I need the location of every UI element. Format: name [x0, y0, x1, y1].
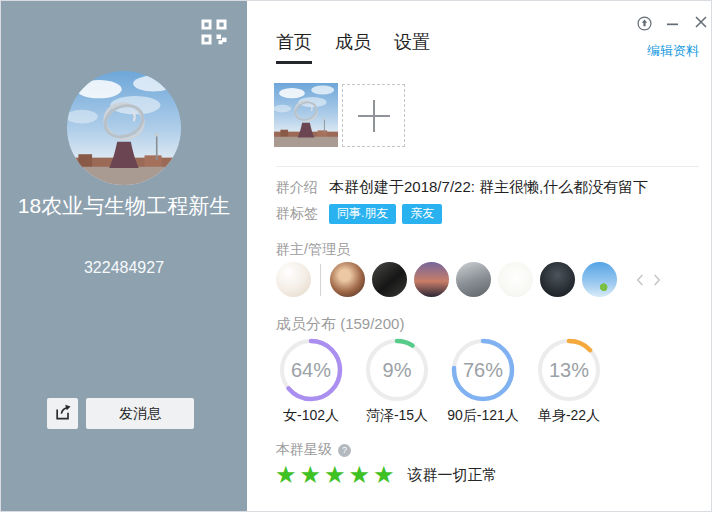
main-panel: 首页 成员 设置 编辑资料 群介绍 本群创建于2018/7/22: 群主很懒,什…: [247, 1, 712, 512]
group-id: 322484927: [1, 259, 247, 277]
sidebar: 18农业与生物工程新生 322484927 发消息: [1, 1, 247, 512]
rating-status: 该群一切正常: [408, 466, 498, 485]
avatar-white-rabbit-drawing[interactable]: [498, 262, 533, 297]
avatar-person-window[interactable]: [456, 262, 491, 297]
distribution-ring: 9%菏泽-15人: [354, 338, 440, 425]
share-button[interactable]: [47, 398, 78, 429]
minimize-icon[interactable]: [665, 14, 679, 32]
star-icon: ★: [373, 462, 395, 488]
distribution-ring: 64%女-102人: [268, 338, 354, 425]
donut-chart: 9%: [365, 338, 429, 402]
tag-item[interactable]: 亲友: [402, 204, 442, 224]
group-profile-window: 18农业与生物工程新生 322484927 发消息: [0, 0, 712, 512]
donut-chart: 13%: [537, 338, 601, 402]
ring-label: 90后-121人: [447, 407, 519, 425]
intro-label: 群介绍: [276, 179, 318, 197]
sidebar-actions: 发消息: [47, 398, 194, 429]
tab-bar: 首页 成员 设置: [276, 30, 430, 64]
plus-icon: [358, 100, 390, 132]
qr-code-icon[interactable]: [199, 17, 229, 47]
avatar-woman-portrait[interactable]: [330, 262, 365, 297]
question-mark-icon[interactable]: ?: [338, 444, 351, 457]
distribution-count: (159/200): [340, 315, 404, 332]
ring-percent: 9%: [365, 338, 429, 402]
group-tags-row: 群标签 同事.朋友 亲友: [276, 204, 442, 224]
chevron-left-icon[interactable]: [635, 273, 645, 287]
star-icon: ★: [300, 462, 322, 488]
distribution-ring: 76%90后-121人: [440, 338, 526, 425]
window-controls: [593, 1, 712, 41]
avatar-scroll-arrows: [635, 273, 662, 287]
edit-profile-link[interactable]: 编辑资料: [647, 42, 699, 60]
ring-percent: 64%: [279, 338, 343, 402]
avatar-dark-photo-text[interactable]: [372, 262, 407, 297]
rating-header: 本群星级 ?: [276, 441, 351, 459]
rating-label: 本群星级: [276, 441, 332, 459]
star-icon: ★: [324, 462, 346, 488]
avatar-hooded-figure[interactable]: [540, 262, 575, 297]
tag-item[interactable]: 同事.朋友: [329, 204, 396, 224]
pin-top-icon[interactable]: [635, 14, 653, 32]
chevron-right-icon[interactable]: [652, 273, 662, 287]
donut-chart: 64%: [279, 338, 343, 402]
admins-avatar-row: [276, 262, 662, 297]
share-icon: [53, 402, 73, 425]
avatar-sunset-lake[interactable]: [414, 262, 449, 297]
admins-label: 群主/管理员: [276, 241, 350, 259]
ring-label: 女-102人: [283, 407, 339, 425]
send-message-button[interactable]: 发消息: [86, 398, 194, 429]
avatar-anime-girl-owner[interactable]: [276, 262, 311, 297]
intro-text: 本群创建于2018/7/22: 群主很懒,什么都没有留下: [329, 178, 648, 197]
tab-home[interactable]: 首页: [276, 30, 312, 64]
donut-chart: 76%: [451, 338, 515, 402]
tab-members[interactable]: 成员: [335, 30, 371, 64]
star-icon: ★: [349, 462, 371, 488]
group-avatar[interactable]: [67, 71, 181, 185]
group-name: 18农业与生物工程新生: [13, 190, 235, 221]
group-intro-row: 群介绍 本群创建于2018/7/22: 群主很懒,什么都没有留下: [276, 178, 648, 197]
rating-stars-row: ★★★★★ 该群一切正常: [275, 462, 498, 488]
add-photo-button[interactable]: [342, 84, 405, 147]
avatar-blue-sky-plant[interactable]: [582, 262, 617, 297]
distribution-ring: 13%单身-22人: [526, 338, 612, 425]
tab-settings[interactable]: 设置: [394, 30, 430, 64]
section-divider: [276, 166, 699, 167]
photo-gallery: [274, 83, 405, 147]
ring-percent: 76%: [451, 338, 515, 402]
ring-label: 单身-22人: [538, 407, 600, 425]
close-icon[interactable]: [693, 13, 708, 31]
tags-label: 群标签: [276, 205, 318, 223]
ring-label: 菏泽-15人: [366, 407, 428, 425]
star-icon: ★: [275, 462, 297, 488]
ring-percent: 13%: [537, 338, 601, 402]
owner-admin-divider: [320, 264, 321, 296]
distribution-rings: 64%女-102人9%菏泽-15人76%90后-121人13%单身-22人: [268, 338, 612, 425]
group-photo-thumbnail[interactable]: [274, 83, 338, 147]
distribution-label: 成员分布: [276, 315, 336, 332]
distribution-header: 成员分布 (159/200): [276, 315, 404, 334]
star-rating: ★★★★★: [275, 462, 398, 488]
